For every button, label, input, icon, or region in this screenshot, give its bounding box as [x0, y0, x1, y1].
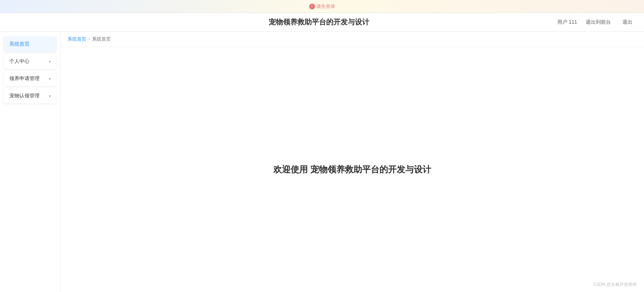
sidebar-item-profile[interactable]: 个人中心 ▾: [4, 54, 56, 69]
notice-icon: !: [309, 4, 315, 9]
sidebar: 系统首页 个人中心 ▾ 领养申请管理 ▾ 宠物认领管理 ▾: [0, 32, 60, 292]
welcome-message: 欢迎使用 宠物领养救助平台的开发与设计: [273, 164, 431, 175]
header: 宠物领养救助平台的开发与设计 用户 111 退出到前台 退出: [0, 13, 644, 32]
sidebar-item-adoption-apply[interactable]: 领养申请管理 ▾: [4, 71, 56, 86]
header-user: 用户 111: [557, 19, 577, 26]
breadcrumb-separator: ›: [88, 37, 90, 42]
notice-label: 请先登录: [316, 3, 335, 10]
chevron-down-icon-3: ▾: [49, 94, 51, 98]
header-title-text: 宠物领养救助平台的开发: [269, 18, 348, 26]
header-actions: 用户 111 退出到前台 退出: [557, 18, 635, 27]
sidebar-item-profile-label: 个人中心: [9, 58, 29, 65]
header-title: 宠物领养救助平台的开发与设计: [81, 17, 557, 27]
exit-frontend-button[interactable]: 退出到前台: [583, 18, 614, 27]
welcome-bold: 与设计: [405, 164, 431, 174]
content-area: 欢迎使用 宠物领养救助平台的开发与设计: [60, 47, 644, 292]
breadcrumb-home[interactable]: 系统首页: [68, 36, 86, 42]
layout: 系统首页 个人中心 ▾ 领养申请管理 ▾ 宠物认领管理 ▾: [0, 32, 644, 292]
top-notice-bar: ! 请先登录: [0, 0, 644, 13]
sidebar-item-adoption-apply-header[interactable]: 领养申请管理 ▾: [4, 71, 56, 86]
footer-watermark: CSDN @全栈开发师师: [593, 282, 637, 288]
sidebar-item-pet-claim-label: 宠物认领管理: [9, 93, 40, 99]
sidebar-item-profile-header[interactable]: 个人中心 ▾: [4, 54, 56, 69]
sidebar-item-pet-claim[interactable]: 宠物认领管理 ▾: [4, 88, 56, 103]
sidebar-item-pet-claim-header[interactable]: 宠物认领管理 ▾: [4, 88, 56, 103]
sidebar-item-home-label: 系统首页: [9, 41, 29, 47]
main-content: 系统首页 › 系统首页 欢迎使用 宠物领养救助平台的开发与设计: [60, 32, 644, 292]
breadcrumb-current: 系统首页: [92, 36, 111, 42]
header-title-bold: 与设计: [348, 18, 369, 26]
logout-button[interactable]: 退出: [620, 18, 635, 27]
chevron-down-icon: ▾: [49, 60, 51, 64]
notice-text: ! 请先登录: [309, 3, 335, 10]
breadcrumb: 系统首页 › 系统首页: [60, 32, 644, 47]
sidebar-item-adoption-apply-label: 领养申请管理: [9, 75, 40, 82]
chevron-down-icon-2: ▾: [49, 77, 51, 81]
welcome-prefix: 欢迎使用 宠物领养救助平台的开发: [273, 164, 405, 174]
sidebar-item-home-header[interactable]: 系统首页: [4, 37, 56, 52]
sidebar-item-home[interactable]: 系统首页: [4, 37, 56, 52]
